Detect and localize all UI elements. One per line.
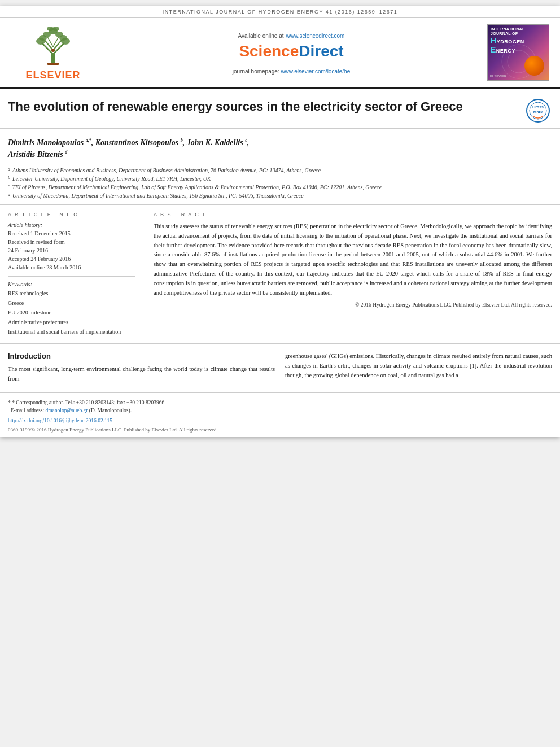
received-revised-label: Received in revised form: [8, 238, 135, 246]
article-title-section: The evolution of renewable energy source…: [0, 89, 560, 129]
corresponding-author-note: * * Corresponding author. Tel.: +30 210 …: [8, 399, 552, 407]
journal-homepage-line: journal homepage: www.elsevier.com/locat…: [233, 68, 350, 75]
email-note: E-mail address: dmanolop@aueb.gr (D. Man…: [8, 407, 552, 414]
article-info-label: A R T I C L E I N F O: [8, 212, 135, 217]
elsevier-brand-text: ELSEVIER: [25, 69, 80, 81]
available-online-text: Available online at www.sciencedirect.co…: [238, 30, 345, 40]
received-1: Received 1 December 2015: [8, 229, 135, 238]
keyword-3: EU 2020 milestone: [8, 308, 135, 317]
header-center: Available online at www.sciencedirect.co…: [104, 23, 479, 81]
intro-heading: Introduction: [8, 352, 275, 360]
footer-section: * * Corresponding author. Tel.: +30 210 …: [0, 392, 560, 438]
journal-cover-area: International Journal of HYDROGEN ENERGY…: [484, 23, 552, 81]
keywords-label: Keywords:: [8, 281, 135, 287]
authors-section: Dimitris Manolopoulos a,*, Konstantinos …: [0, 129, 560, 205]
elsevier-logo: ELSEVIER: [25, 23, 80, 81]
affiliations: a Athens University of Economics and Bus…: [8, 166, 552, 200]
accepted-date: Accepted 24 February 2016: [8, 255, 135, 263]
sciencedirect-url[interactable]: www.sciencedirect.com: [286, 33, 345, 39]
article-history-label: Article history:: [8, 222, 135, 228]
cover-title-text: International Journal of: [491, 27, 546, 37]
article-title: The evolution of renewable energy source…: [8, 99, 518, 115]
affiliation-c: c TEI of Piraeus, Department of Mechanic…: [8, 183, 552, 191]
intro-right-text: greenhouse gases' (GHGs) emissions. Hist…: [285, 352, 552, 380]
abstract-text: This study assesses the status of renewa…: [154, 222, 552, 298]
email-label: E-mail address:: [11, 408, 44, 413]
abstract-label: A B S T R A C T: [154, 212, 552, 217]
cover-planet-icon: [524, 56, 544, 76]
keywords-list: RES technologies Greece EU 2020 mileston…: [8, 289, 135, 337]
elsevier-tree-icon: [30, 23, 76, 68]
email-suffix: (D. Manolopoulos).: [89, 408, 132, 413]
intro-left-text: The most significant, long-term environm…: [8, 365, 275, 384]
body-left-column: Introduction The most significant, long-…: [8, 352, 275, 384]
journal-citation: INTERNATIONAL JOURNAL OF HYDROGEN ENERGY…: [163, 9, 398, 15]
crossmark-icon: Cross Mark: [526, 99, 550, 123]
keyword-1: RES technologies: [8, 289, 135, 298]
email-link[interactable]: dmanolop@aueb.gr: [45, 408, 88, 413]
tel-fax: Tel.: +30 210 8203143; fax: +30 210 8203…: [65, 400, 165, 405]
body-section: Introduction The most significant, long-…: [0, 344, 560, 392]
svg-point-15: [53, 27, 59, 31]
article-info-column: A R T I C L E I N F O Article history: R…: [8, 212, 143, 337]
keyword-2: Greece: [8, 298, 135, 308]
page: INTERNATIONAL JOURNAL OF HYDROGEN ENERGY…: [0, 6, 560, 437]
copyright-line: © 2016 Hydrogen Energy Publications LLC.…: [154, 302, 552, 308]
available-online-date: Available online 28 March 2016: [8, 263, 135, 272]
issn-line: 0360-3199/© 2016 Hydrogen Energy Publica…: [8, 427, 552, 433]
divider: [8, 276, 135, 277]
abstract-column: A B S T R A C T This study assesses the …: [143, 212, 552, 337]
body-right-column: greenhouse gases' (GHGs) emissions. Hist…: [285, 352, 552, 384]
affiliation-a: a Athens University of Economics and Bus…: [8, 166, 552, 174]
doi-link[interactable]: http://dx.doi.org/10.1016/j.ijhydene.201…: [8, 418, 112, 423]
journal-top-bar: INTERNATIONAL JOURNAL OF HYDROGEN ENERGY…: [0, 6, 560, 18]
received-revised-date: 24 February 2016: [8, 246, 135, 255]
article-info-abstract-section: A R T I C L E I N F O Article history: R…: [0, 205, 560, 344]
keyword-5: Institutional and social barriers of imp…: [8, 327, 135, 337]
elsevier-logo-area: ELSEVIER: [8, 23, 98, 81]
keyword-4: Administrative prefectures: [8, 317, 135, 327]
svg-rect-17: [47, 63, 59, 65]
svg-text:Cross: Cross: [532, 105, 544, 109]
authors-line: Dimitris Manolopoulos a,*, Konstantinos …: [8, 137, 552, 160]
affiliation-b: b Leicester University, Department of Ge…: [8, 174, 552, 183]
corresponding-label: * Corresponding author.: [12, 400, 64, 405]
crossmark-area: Cross Mark: [524, 99, 552, 123]
doi-line: http://dx.doi.org/10.1016/j.ijhydene.201…: [8, 414, 552, 425]
journal-cover-image: International Journal of HYDROGEN ENERGY…: [487, 24, 549, 81]
sciencedirect-logo: ScienceDirect: [239, 42, 343, 60]
header-area: ELSEVIER Available online at www.science…: [0, 18, 560, 89]
cover-elsevier-label: ELSEVIER: [490, 75, 506, 78]
journal-homepage-url[interactable]: www.elsevier.com/locate/he: [281, 68, 350, 75]
svg-point-16: [51, 49, 55, 52]
article-title-area: The evolution of renewable energy source…: [8, 99, 518, 115]
affiliation-d: d University of Macedonia, Department of…: [8, 191, 552, 200]
svg-text:Mark: Mark: [533, 110, 542, 114]
